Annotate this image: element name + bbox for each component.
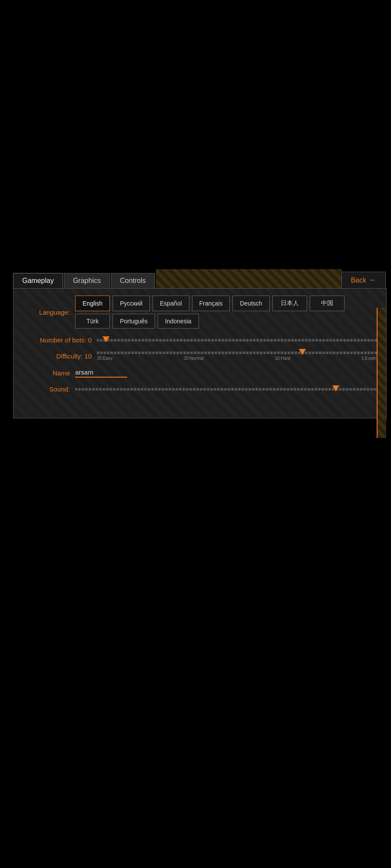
sound-label: Sound: bbox=[22, 385, 70, 393]
bots-thumb bbox=[103, 336, 109, 342]
name-value[interactable]: arsam bbox=[75, 368, 127, 378]
bots-label: Number of bots: 0 bbox=[22, 336, 92, 344]
tick-expert: 1:Expert bbox=[361, 356, 378, 361]
difficulty-tick-labels: 30:Easy 20:Normal 10:Hard 1:Expert bbox=[97, 356, 378, 361]
tab-graphics[interactable]: Graphics bbox=[64, 273, 110, 288]
difficulty-track bbox=[97, 352, 378, 354]
settings-panel: Gameplay Graphics Controls Back ← Langua… bbox=[13, 269, 387, 418]
lang-btn-indonesian[interactable]: Indonesia bbox=[158, 314, 199, 329]
sound-thumb bbox=[332, 385, 339, 391]
language-row: Language: English Русский Español França… bbox=[22, 296, 378, 329]
name-input-wrapper: arsam bbox=[75, 368, 127, 378]
back-arrow-icon: ← bbox=[369, 276, 377, 285]
lang-btn-russian[interactable]: Русский bbox=[113, 296, 150, 311]
tab-controls[interactable]: Controls bbox=[111, 273, 155, 288]
tab-stripe bbox=[156, 269, 342, 288]
tick-hard: 10:Hard bbox=[275, 356, 291, 361]
content-area: Language: English Русский Español França… bbox=[13, 288, 387, 418]
name-label: Name bbox=[22, 369, 70, 377]
bots-slider[interactable] bbox=[97, 339, 378, 342]
difficulty-thumb bbox=[299, 349, 306, 355]
difficulty-label: Difficulty: 10 bbox=[22, 352, 92, 360]
sound-row: Sound: bbox=[22, 385, 378, 393]
bots-track bbox=[97, 339, 378, 342]
tick-easy: 30:Easy bbox=[97, 356, 113, 361]
lang-btn-spanish[interactable]: Español bbox=[152, 296, 189, 311]
lang-btn-chinese[interactable]: 中国 bbox=[310, 296, 345, 311]
sound-slider[interactable] bbox=[75, 388, 378, 391]
tick-normal: 20:Normal bbox=[184, 356, 204, 361]
lang-btn-french[interactable]: Français bbox=[192, 296, 230, 311]
lang-btn-german[interactable]: Deutsch bbox=[232, 296, 269, 311]
language-label: Language: bbox=[22, 309, 70, 316]
name-row: Name arsam bbox=[22, 368, 378, 378]
lang-btn-japanese[interactable]: 日本人 bbox=[272, 296, 307, 311]
lang-btn-english[interactable]: English bbox=[75, 296, 110, 311]
difficulty-slider[interactable]: 30:Easy 20:Normal 10:Hard 1:Expert bbox=[97, 352, 378, 361]
tab-bar: Gameplay Graphics Controls Back ← bbox=[13, 269, 387, 288]
lang-btn-turkish[interactable]: Türk bbox=[75, 314, 110, 329]
lang-btn-portuguese[interactable]: Português bbox=[113, 314, 155, 329]
bots-row: Number of bots: 0 bbox=[22, 336, 378, 344]
back-button[interactable]: Back ← bbox=[341, 272, 386, 288]
scrollbar[interactable] bbox=[377, 308, 386, 438]
difficulty-row: Difficulty: 10 30:Easy 20:Normal 10:Hard… bbox=[22, 352, 378, 361]
tab-gameplay[interactable]: Gameplay bbox=[13, 273, 63, 288]
language-buttons: English Русский Español Français Deutsch… bbox=[75, 296, 378, 329]
